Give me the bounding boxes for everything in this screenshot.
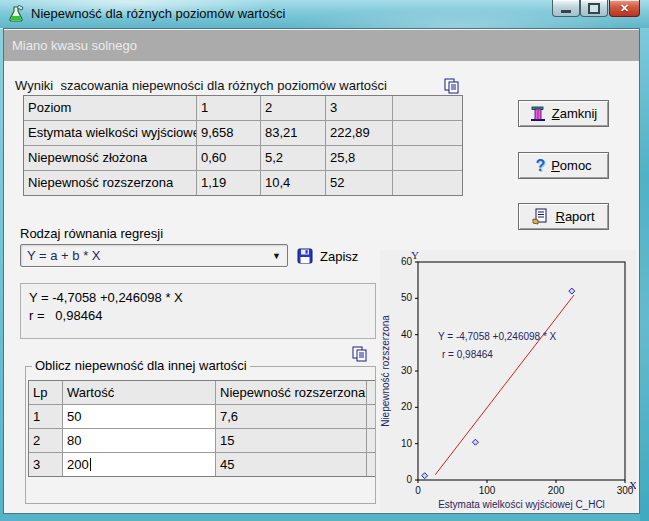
column-header: Niepewność rozszerzona [216, 381, 366, 404]
regression-result-box: Y = -4,7058 +0,246098 * X r = 0,98464 [20, 283, 376, 339]
row-number: 1 [29, 405, 62, 428]
table-cell: 3 [326, 96, 392, 120]
window-right-border [640, 28, 649, 521]
chevron-down-icon: ▼ [272, 251, 281, 261]
svg-text:100: 100 [479, 485, 496, 496]
svg-text:0: 0 [415, 485, 421, 496]
table-cell: Estymata wielkości wyjściowej [24, 121, 196, 145]
table-cell-empty [393, 146, 462, 170]
equation-text: Y = -4,7058 +0,246098 * X [29, 289, 367, 307]
floppy-disk-icon [297, 248, 313, 264]
svg-text:200: 200 [548, 485, 565, 496]
svg-text:50: 50 [401, 292, 413, 303]
uncertainty-cell: 45 [216, 453, 366, 476]
copy-calc-button[interactable] [351, 346, 369, 362]
table-cell: Poziom [24, 96, 196, 120]
maximize-icon [588, 3, 600, 14]
svg-text:40: 40 [401, 329, 413, 340]
button-label: Raport [555, 209, 594, 224]
table-cell-empty [367, 429, 375, 452]
table-cell: 83,21 [261, 121, 325, 145]
table-cell-empty [393, 96, 462, 120]
scatter-plot: 01002003000102030405060Y = -4,7058 +0,24… [380, 250, 636, 512]
table-cell: 0,60 [197, 146, 260, 170]
table-cell-empty [367, 381, 375, 404]
report-document-icon [532, 208, 549, 225]
window-title: Niepewność dla różnych poziomów wartości [31, 6, 285, 21]
titlebar: Niepewność dla różnych poziomów wartości… [0, 0, 649, 29]
table-cell: 9,658 [197, 121, 260, 145]
table-cell: 10,4 [261, 171, 325, 195]
correlation-text: r = 0,98464 [29, 307, 367, 325]
selected-equation: Y = a + b * X [27, 248, 100, 263]
svg-text:30: 30 [401, 365, 413, 376]
close-button[interactable]: ✕ [609, 0, 640, 17]
button-label: Pomoc [551, 158, 591, 173]
close-dialog-button[interactable]: Zamknij [518, 100, 609, 127]
copy-results-button[interactable] [443, 78, 461, 94]
flask-icon [7, 5, 25, 23]
table-cell: 2 [261, 96, 325, 120]
svg-text:Y: Y [411, 250, 419, 261]
table-cell-empty [393, 171, 462, 195]
svg-text:Estymata wielkości wyjściowej: Estymata wielkości wyjściowej C_HCl [438, 499, 605, 510]
results-table: Poziom 1 2 3 Estymata wielkości wyjściow… [23, 95, 463, 196]
subtitle-text: Miano kwasu solnego [12, 38, 137, 53]
regression-equation-select[interactable]: Y = a + b * X ▼ [20, 244, 288, 267]
calc-table: Lp Wartość Niepewność rozszerzona 1 50 7… [28, 380, 375, 477]
table-cell: Niepewność złożona [24, 146, 196, 170]
table-cell: Niepewność rozszerzona [24, 171, 196, 195]
minimize-button[interactable] [552, 0, 580, 17]
svg-text:20: 20 [401, 401, 413, 412]
table-cell: 1,19 [197, 171, 260, 195]
svg-text:X: X [629, 479, 636, 491]
table-cell: 52 [326, 171, 392, 195]
exit-door-icon [530, 105, 546, 122]
regression-type-label: Rodzaj równania regresji [20, 226, 163, 241]
report-button[interactable]: Raport [518, 203, 609, 230]
svg-text:0: 0 [406, 474, 412, 485]
minimize-icon [561, 10, 571, 13]
row-number: 3 [29, 453, 62, 476]
uncertainty-cell: 15 [216, 429, 366, 452]
save-button[interactable]: Zapisz [297, 246, 358, 266]
value-input-cell[interactable]: 50 [63, 405, 215, 428]
svg-text:Niepewność rozszerzona: Niepewność rozszerzona [380, 315, 391, 427]
table-cell: 222,89 [326, 121, 392, 145]
groupbox-title: Oblicz niepewność dla innej wartości [32, 358, 250, 373]
table-cell-empty [393, 121, 462, 145]
maximize-button[interactable] [580, 0, 608, 17]
x-icon: ✕ [620, 3, 629, 14]
copy-pages-icon [443, 78, 461, 94]
save-label: Zapisz [320, 249, 358, 264]
question-mark-icon: ? [535, 157, 545, 175]
table-cell-empty [367, 453, 375, 476]
svg-text:Y = -4,7058 +0,246098 * X: Y = -4,7058 +0,246098 * X [438, 331, 557, 342]
svg-text:10: 10 [401, 438, 413, 449]
help-button[interactable]: ? Pomoc [518, 152, 609, 179]
table-cell: 25,8 [326, 146, 392, 170]
column-header: Wartość [63, 381, 215, 404]
table-cell-empty [367, 405, 375, 428]
button-label: Zamknij [552, 106, 598, 121]
table-cell: 1 [197, 96, 260, 120]
uncertainty-cell: 7,6 [216, 405, 366, 428]
value-input-cell[interactable]: 80 [63, 429, 215, 452]
results-heading: Wyniki szacowania niepewności dla różnyc… [15, 78, 387, 93]
column-header: Lp [29, 381, 62, 404]
text-caret [90, 458, 91, 471]
subtitle-bar: Miano kwasu solnego [4, 30, 639, 61]
svg-text:r = 0,98464: r = 0,98464 [442, 349, 493, 360]
value-input-cell[interactable]: 200 [63, 453, 215, 476]
regression-chart: 01002003000102030405060Y = -4,7058 +0,24… [380, 250, 636, 512]
copy-pages-icon [351, 346, 369, 362]
row-number: 2 [29, 429, 62, 452]
table-cell: 5,2 [261, 146, 325, 170]
calc-groupbox: Oblicz niepewność dla innej wartości Lp … [25, 366, 376, 504]
